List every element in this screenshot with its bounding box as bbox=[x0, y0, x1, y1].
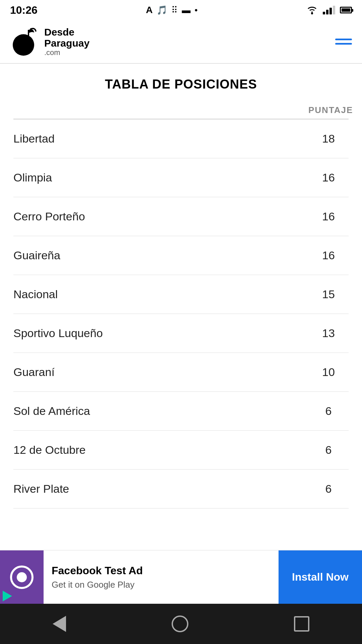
table-row: Guaraní 10 bbox=[13, 353, 349, 392]
status-bar: 10:26 A 🎵 ⠿ ▬ • bbox=[0, 0, 362, 20]
team-score: 6 bbox=[308, 405, 349, 418]
signal-icon bbox=[323, 6, 335, 14]
recents-icon bbox=[294, 616, 309, 632]
team-score: 16 bbox=[308, 249, 349, 262]
home-icon bbox=[172, 615, 188, 632]
table-row: Nacional 15 bbox=[13, 275, 349, 314]
nav-recents-button[interactable] bbox=[294, 616, 309, 632]
logo-domain: .com bbox=[44, 49, 89, 57]
team-score: 16 bbox=[308, 210, 349, 223]
ad-icon bbox=[0, 550, 44, 604]
svg-point-0 bbox=[311, 12, 313, 14]
team-name: Nacional bbox=[13, 288, 58, 301]
music-icon: 🎵 bbox=[157, 5, 167, 15]
team-name: River Plate bbox=[13, 482, 69, 495]
header: Desde Paraguay .com bbox=[0, 20, 362, 64]
team-name: Cerro Porteño bbox=[13, 210, 85, 223]
team-score: 18 bbox=[308, 132, 349, 145]
main-content: TABLA DE POSICIONES PUNTAJE Libertad 18 … bbox=[0, 64, 362, 508]
table-row: Sol de América 6 bbox=[13, 392, 349, 431]
team-score: 6 bbox=[308, 443, 349, 457]
nav-home-button[interactable] bbox=[172, 615, 188, 632]
ad-banner[interactable]: Facebook Test Ad Get it on Google Play I… bbox=[0, 550, 362, 604]
table-row: Guaireña 16 bbox=[13, 236, 349, 275]
team-name: Guaraní bbox=[13, 366, 55, 379]
logo-desde: Desde bbox=[44, 26, 89, 38]
hamburger-line-1 bbox=[335, 39, 352, 40]
battery-icon bbox=[340, 7, 352, 13]
table-row: Olimpia 16 bbox=[13, 158, 349, 197]
install-now-button[interactable]: Install Now bbox=[279, 550, 362, 604]
team-name: Sol de América bbox=[13, 405, 90, 418]
team-score: 6 bbox=[308, 482, 349, 495]
team-score: 13 bbox=[308, 327, 349, 340]
ad-app-icon bbox=[10, 566, 34, 589]
team-name: Sportivo Luqueño bbox=[13, 327, 103, 340]
status-time: 10:26 bbox=[10, 4, 38, 16]
dots-icon: ⠿ bbox=[171, 5, 178, 15]
team-name: Guaireña bbox=[13, 249, 60, 262]
nav-back-button[interactable] bbox=[53, 616, 66, 632]
team-score: 16 bbox=[308, 171, 349, 184]
svg-point-1 bbox=[13, 34, 34, 56]
dot-icon: • bbox=[194, 5, 197, 15]
hamburger-line-2 bbox=[335, 43, 352, 45]
sd-icon: ▬ bbox=[182, 5, 190, 15]
standings-table: Libertad 18 Olimpia 16 Cerro Porteño 16 … bbox=[13, 119, 349, 508]
table-title: TABLA DE POSICIONES bbox=[13, 77, 349, 92]
wifi-icon bbox=[306, 5, 318, 15]
table-row: River Plate 6 bbox=[13, 470, 349, 508]
ad-title: Facebook Test Ad bbox=[52, 565, 270, 577]
status-right-icons bbox=[306, 5, 352, 15]
logo-paraguay: Paraguay bbox=[44, 38, 89, 49]
back-icon bbox=[53, 616, 66, 632]
nav-bar bbox=[0, 604, 362, 644]
ad-bubble-dot bbox=[17, 572, 27, 582]
team-name: 12 de Octubre bbox=[13, 443, 85, 457]
table-header: PUNTAJE bbox=[13, 102, 349, 119]
table-row: 12 de Octubre 6 bbox=[13, 431, 349, 470]
team-score: 10 bbox=[308, 366, 349, 379]
team-name: Olimpia bbox=[13, 171, 52, 184]
table-row: Libertad 18 bbox=[13, 119, 349, 158]
team-name: Libertad bbox=[13, 132, 55, 145]
logo: Desde Paraguay .com bbox=[10, 26, 89, 57]
ad-subtitle: Get it on Google Play bbox=[52, 580, 270, 590]
team-score: 15 bbox=[308, 288, 349, 301]
table-row: Cerro Porteño 16 bbox=[13, 197, 349, 236]
puntaje-header: PUNTAJE bbox=[308, 105, 349, 115]
hamburger-menu[interactable] bbox=[335, 39, 352, 45]
play-icon bbox=[3, 591, 12, 601]
notification-icon-a: A bbox=[146, 5, 153, 15]
svg-rect-2 bbox=[28, 30, 29, 40]
status-icons-left: A 🎵 ⠿ ▬ • bbox=[146, 5, 197, 15]
logo-icon bbox=[10, 26, 40, 57]
table-row: Sportivo Luqueño 13 bbox=[13, 314, 349, 353]
ad-text: Facebook Test Ad Get it on Google Play bbox=[44, 565, 279, 590]
